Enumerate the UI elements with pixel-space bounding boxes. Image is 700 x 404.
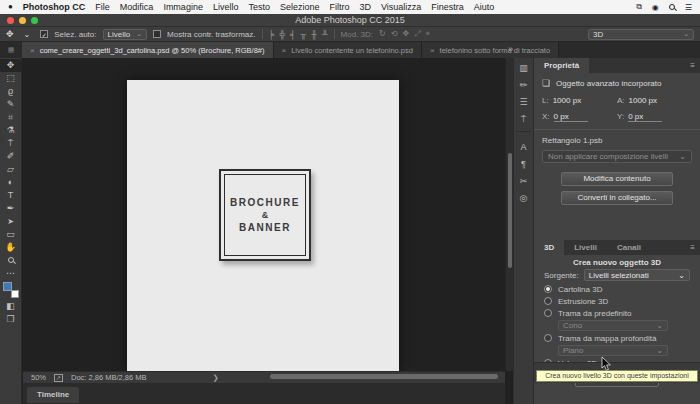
menu-filtro[interactable]: Filtro [329,2,349,12]
auto-select-dropdown[interactable]: Livello ⌄ [103,29,148,40]
eyedropper-tool[interactable]: ⚗ [0,124,22,137]
edit-toolbar-button[interactable]: ⋯ [0,267,22,280]
workspace-dropdown[interactable]: 3D ⌄ [588,29,694,40]
tool-preset-chevron-icon[interactable]: ⌄ [20,29,35,40]
canvas-area[interactable]: BROCHURE & BANNER [23,58,505,371]
lasso-tool[interactable]: ϱ [0,85,22,98]
panel-dock-strip: ▥ ✏ ☰ ⍑ A ¶ ✂ ◎ [513,58,534,404]
apple-icon[interactable]: ● [8,0,13,14]
type-tool[interactable]: T [0,189,22,202]
align-left-icon[interactable]: ╞ [269,30,275,39]
menu-selezione[interactable]: Selezione [280,2,320,12]
move-tool[interactable]: ✥ [0,59,22,72]
menu-modifica[interactable]: Modifica [120,2,154,12]
close-icon[interactable]: × [430,46,435,55]
spotlight-icon[interactable] [669,4,675,10]
character-panel-icon[interactable]: A [520,142,526,152]
horizontal-scroll-thumb[interactable] [270,374,498,379]
clone-stamp-tool[interactable]: ⍑ [0,137,22,150]
export-icon[interactable]: ↗ [54,374,63,382]
crop-tool[interactable]: ⌗ [0,111,22,124]
hand-tool[interactable]: ✋ [0,241,22,254]
document-tab-cartolina[interactable]: × come_creare_oggetti_3d_cartolina.psd @… [22,42,274,58]
panel-menu-icon[interactable]: ≡ [690,240,700,255]
quick-selection-tool[interactable]: ✎ [0,98,22,111]
dodge-tool[interactable]: ◐ [0,176,22,189]
layer-comp-dropdown[interactable]: Non applicare composizione livelli ⌄ [542,150,692,163]
close-icon[interactable]: × [282,46,287,55]
display-icon[interactable]: ⧉ [636,2,642,12]
radio-estrusione-3d[interactable] [544,297,552,305]
path-selection-tool[interactable]: ➤ [0,215,22,228]
edit-content-button[interactable]: Modifica contenuto [561,172,673,186]
source-dropdown[interactable]: Livelli selezionati ⌄ [584,269,690,281]
document-canvas[interactable]: BROCHURE & BANNER [127,80,399,371]
menu-aiuto[interactable]: Aiuto [474,2,495,12]
tool-presets-panel-icon[interactable]: ✂ [520,176,528,186]
background-color-swatch[interactable] [11,290,19,298]
tab-livelli[interactable]: Livelli [564,240,607,255]
3d-roll-icon[interactable]: ⟲ [391,29,398,39]
brush-tool[interactable]: ✐ [0,150,22,163]
eye-icon[interactable]: ◉ [652,3,659,12]
menu-visualizza[interactable]: Visualizza [381,2,421,12]
3d-slide-icon[interactable]: ⤢ [414,29,420,39]
timeline-tab[interactable]: Timeline [27,387,79,403]
show-transform-checkbox[interactable] [153,30,161,38]
tab-canali[interactable]: Canali [607,240,651,255]
screen-mode-button[interactable]: ❐ [0,313,22,326]
notification-center-icon[interactable]: ☰ [685,3,692,12]
status-options-chevron-icon[interactable]: ❯ [212,373,218,382]
3d-rotate-icon[interactable]: ↻ [379,29,386,39]
clone-source-panel-icon[interactable]: ⍑ [521,114,526,124]
menu-photoshop[interactable]: Photoshop CC [23,2,86,12]
y-value-field[interactable]: 0 px [628,112,662,122]
auto-select-checkbox[interactable]: ✓ [40,30,48,38]
align-top-icon[interactable]: ╥ [301,30,307,39]
collapse-dock-chevron-icon[interactable]: » [508,44,512,54]
3d-drag-icon[interactable]: ✥ [402,29,409,39]
histogram-panel-icon[interactable]: ▥ [519,63,528,73]
menu-finestra[interactable]: Finestra [431,2,464,12]
align-center-icon[interactable]: ╬ [279,30,285,39]
adjustments-panel-icon[interactable]: ☰ [519,97,527,107]
zoom-level-field[interactable]: 50% [31,373,46,382]
eraser-tool[interactable]: ▱ [0,163,22,176]
menu-3d[interactable]: 3D [359,2,371,12]
tools-panel: ✥ ⬚ ϱ ✎ ⌗ ⚗ ⍑ ✐ ▱ ◐ T ✒ ➤ ▭ ✋ ⋯ ◧ ❐ [0,58,22,404]
radio-trama-predefinito[interactable] [544,309,552,317]
tab-proprieta[interactable]: Proprietà [534,58,589,73]
x-value-field[interactable]: 0 px [554,112,588,122]
document-tab-telefonino[interactable]: × Livello contentente un telefonino.psd [274,42,422,58]
menu-testo[interactable]: Testo [248,2,270,12]
preset-mesh-dropdown[interactable]: Cono ⌄ [558,320,668,331]
align-middle-icon[interactable]: ╫ [311,30,317,39]
radio-cartolina-3d[interactable] [544,285,552,293]
menu-immagine[interactable]: Immagine [163,2,203,12]
canvas-vertical-scrollbar[interactable] [505,58,513,371]
depth-map-dropdown[interactable]: Piano ⌄ [558,345,668,356]
quick-mask-button[interactable]: ◧ [0,300,22,313]
zoom-tool[interactable] [0,254,22,267]
paragraph-panel-icon[interactable]: ¶ [521,159,526,169]
shape-tool[interactable]: ▭ [0,228,22,241]
convert-to-linked-button[interactable]: Converti in collegato... [561,191,673,205]
libraries-panel-icon[interactable]: ◎ [520,193,528,203]
3d-scale-icon[interactable]: ⌖ [426,29,431,39]
tab-3d[interactable]: 3D [534,240,564,255]
align-right-icon[interactable]: ╡ [290,30,296,39]
radio-mappa-profondita[interactable] [544,334,552,342]
pen-tool[interactable]: ✒ [0,202,22,215]
menu-file[interactable]: File [95,2,110,12]
panel-menu-icon[interactable]: ≡ [690,58,700,73]
marquee-tool[interactable]: ⬚ [0,72,22,85]
mode-3d-label: Mod. 3D: [341,30,373,39]
document-tab-tracciato[interactable]: × telefonino sotto forma di tracciato [422,42,559,58]
foreground-color-swatch[interactable] [3,282,12,291]
menu-livello[interactable]: Livello [213,2,239,12]
close-icon[interactable]: × [30,46,35,55]
vertical-scroll-thumb[interactable] [508,153,512,268]
align-bottom-icon[interactable]: ╨ [322,30,328,39]
layer-comp-value: Non applicare composizione livelli [548,152,668,161]
brush-panel-icon[interactable]: ✏ [520,80,528,90]
